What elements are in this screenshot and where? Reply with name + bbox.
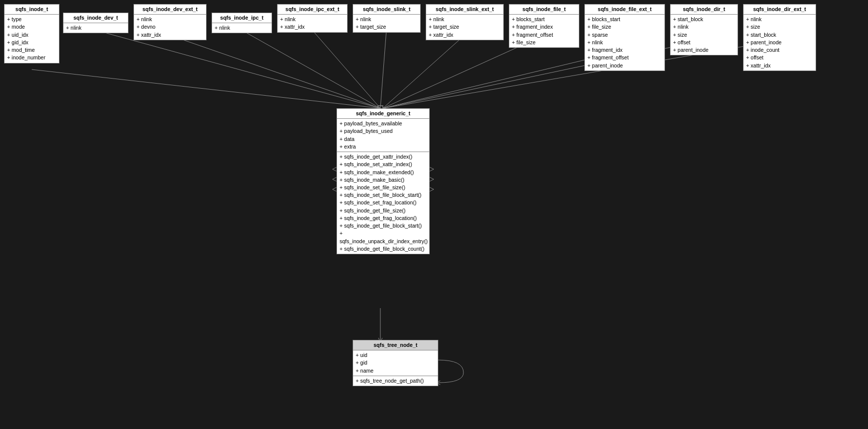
box-fields-sqfs_inode_file_t: + blocks_start+ fragment_index+ fragment… [509,15,579,47]
box-title-sqfs_tree_node_t: sqfs_tree_node_t [353,340,438,350]
field-item: + data [340,135,427,143]
box-title-sqfs_inode_ipc_t: sqfs_inode_ipc_t [212,13,272,23]
box-title-sqfs_inode_dev_t: sqfs_inode_dev_t [63,13,128,23]
method-item: + sqfs_inode_make_extended() [340,169,427,176]
method-item: + sqfs_inode_get_file_block_start() [340,222,427,230]
field-item: + blocks_start [512,16,576,23]
box-sqfs_inode_dev_t: sqfs_inode_dev_t+ nlink [63,13,128,33]
field-item: + gid_idx [7,39,56,46]
box-title-sqfs_inode_dev_ext_t: sqfs_inode_dev_ext_t [134,5,206,15]
method-item: + sqfs_inode_unpack_dir_index_entry() [340,230,427,245]
field-item: + fragment_idx [587,46,662,54]
field-item: + nlink [137,16,204,23]
box-fields-sqfs_inode_ipc_t: + nlink [212,23,272,33]
field-item: + uid_idx [7,31,56,39]
box-sqfs_inode_dir_t: sqfs_inode_dir_t+ start_block+ nlink+ si… [670,4,738,55]
field-item: + target_size [429,23,501,31]
field-item: + blocks_start [587,16,662,23]
method-item: + sqfs_tree_node_get_path() [356,377,435,385]
box-fields-sqfs_inode_dev_t: + nlink [63,23,128,33]
field-item: + start_block [673,16,735,23]
box-title-sqfs_inode_dir_ext_t: sqfs_inode_dir_ext_t [744,5,816,15]
box-fields-sqfs_inode_dir_ext_t: + nlink+ size+ start_block+ parent_inode… [744,15,816,70]
method-item: + sqfs_inode_get_file_block_count() [340,245,427,253]
field-item: + gid [356,359,435,367]
field-item: + fragment_offset [512,31,576,39]
field-item: + mode [7,23,56,31]
box-fields-sqfs_inode_generic_t: + payload_bytes_available+ payload_bytes… [337,119,429,152]
field-item: + xattr_idx [280,23,345,31]
box-sqfs_inode_ipc_ext_t: sqfs_inode_ipc_ext_t+ nlink+ xattr_idx [277,4,348,33]
box-title-sqfs_inode_dir_t: sqfs_inode_dir_t [671,5,738,15]
field-item: + uid [356,351,435,359]
method-item: + sqfs_inode_get_frag_location() [340,214,427,222]
field-item: + parent_inode [673,46,735,54]
box-title-sqfs_inode_file_ext_t: sqfs_inode_file_ext_t [585,5,664,15]
field-item: + offset [746,54,813,61]
field-item: + parent_inode [746,39,813,46]
field-item: + xattr_idx [429,31,501,39]
field-item: + file_size [512,39,576,46]
box-sqfs_inode_slink_t: sqfs_inode_slink_t+ nlink+ target_size [353,4,421,33]
method-item: + sqfs_inode_set_frag_location() [340,199,427,206]
box-fields-sqfs_inode_file_ext_t: + blocks_start+ file_size+ sparse+ nlink… [585,15,664,70]
box-sqfs_inode_file_ext_t: sqfs_inode_file_ext_t+ blocks_start+ fil… [584,4,665,71]
field-item: + payload_bytes_available [340,120,427,127]
box-title-sqfs_inode_ipc_ext_t: sqfs_inode_ipc_ext_t [278,5,347,15]
field-item: + nlink [280,16,345,23]
field-item: + nlink [673,23,735,31]
box-fields-sqfs_inode_slink_t: + nlink+ target_size [353,15,420,32]
method-item: + sqfs_inode_get_xattr_index() [340,153,427,161]
box-sqfs_inode_file_t: sqfs_inode_file_t+ blocks_start+ fragmen… [509,4,579,48]
box-title-sqfs_inode_generic_t: sqfs_inode_generic_t [337,109,429,119]
box-title-sqfs_inode_slink_t: sqfs_inode_slink_t [353,5,420,15]
box-sqfs_inode_t: sqfs_inode_t+ type+ mode+ uid_idx+ gid_i… [4,4,59,63]
field-item: + extra [340,143,427,151]
box-sqfs_inode_ipc_t: sqfs_inode_ipc_t+ nlink [212,13,272,33]
box-fields-sqfs_inode_ipc_ext_t: + nlink+ xattr_idx [278,15,347,32]
field-item: + sparse [587,31,662,39]
field-item: + fragment_index [512,23,576,31]
field-item: + payload_bytes_used [340,127,427,135]
box-methods-sqfs_tree_node_t: + sqfs_tree_node_get_path() [353,376,438,386]
field-item: + xattr_idx [137,31,204,39]
field-item: + file_size [587,23,662,31]
field-item: + target_size [356,23,418,31]
field-item: + type [7,16,56,23]
box-fields-sqfs_inode_slink_ext_t: + nlink+ target_size+ xattr_idx [426,15,503,40]
diagram-canvas: sqfs_inode_t+ type+ mode+ uid_idx+ gid_i… [0,0,868,429]
field-item: + parent_inode [587,62,662,69]
box-methods-sqfs_inode_generic_t: + sqfs_inode_get_xattr_index()+ sqfs_ino… [337,152,429,254]
method-item: + sqfs_inode_set_file_size() [340,184,427,191]
field-item: + name [356,367,435,375]
field-item: + size [673,31,735,39]
field-item: + inode_number [7,54,56,61]
method-item: + sqfs_inode_set_file_block_start() [340,191,427,199]
method-item: + sqfs_inode_make_basic() [340,176,427,184]
field-item: + nlink [429,16,501,23]
method-item: + sqfs_inode_get_file_size() [340,207,427,214]
field-item: + nlink [66,24,125,32]
method-item: + sqfs_inode_set_xattr_index() [340,161,427,168]
box-fields-sqfs_tree_node_t: + uid+ gid+ name [353,350,438,376]
field-item: + nlink [356,16,418,23]
box-title-sqfs_inode_t: sqfs_inode_t [5,5,59,15]
box-sqfs_inode_dev_ext_t: sqfs_inode_dev_ext_t+ nlink+ devno+ xatt… [133,4,207,40]
field-item: + devno [137,23,204,31]
box-sqfs_inode_dir_ext_t: sqfs_inode_dir_ext_t+ nlink+ size+ start… [743,4,816,71]
field-item: + fragment_offset [587,54,662,61]
field-item: + inode_count [746,46,813,54]
box-title-sqfs_inode_slink_ext_t: sqfs_inode_slink_ext_t [426,5,503,15]
box-fields-sqfs_inode_dev_ext_t: + nlink+ devno+ xattr_idx [134,15,206,40]
box-sqfs_inode_slink_ext_t: sqfs_inode_slink_ext_t+ nlink+ target_si… [426,4,504,40]
box-sqfs_tree_node_t: sqfs_tree_node_t+ uid+ gid+ name+ sqfs_t… [353,340,438,386]
field-item: + offset [673,39,735,46]
field-item: + start_block [746,31,813,39]
field-item: + size [746,23,813,31]
box-title-sqfs_inode_file_t: sqfs_inode_file_t [509,5,579,15]
box-fields-sqfs_inode_t: + type+ mode+ uid_idx+ gid_idx+ mod_time… [5,15,59,62]
field-item: + nlink [746,16,813,23]
field-item: + mod_time [7,46,56,54]
field-item: + xattr_idx [746,62,813,69]
field-item: + nlink [215,24,269,32]
